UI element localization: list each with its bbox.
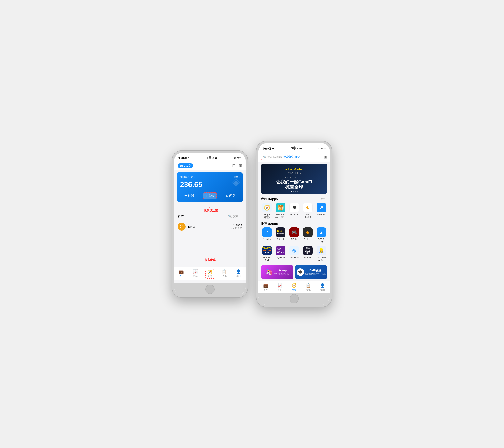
assets-nav-icon-p2: 💼 xyxy=(263,283,268,288)
dapp-dmdfinance[interactable]: 👷 Dmd.Finance(钻… xyxy=(314,246,328,262)
nav-assets-phone2[interactable]: 💼 资产 xyxy=(262,283,270,292)
dapp-defibox-icon: ◆ xyxy=(303,227,313,237)
home-button-area-phone2 xyxy=(258,293,330,305)
scan-icon[interactable]: ⊡ xyxy=(232,163,235,168)
grid-icon[interactable]: ⊞ xyxy=(239,163,242,168)
dapp-felix[interactable]: 🎮 FELIX xyxy=(287,227,301,243)
dapp-bethash-icon: Bet#Birthday xyxy=(276,227,286,237)
camera-phone1 xyxy=(209,156,211,159)
search-placeholder: 搜索 DApp或 xyxy=(267,155,282,159)
nav-assets-phone1[interactable]: 💼 资产 xyxy=(177,269,185,279)
dapp-biggame[interactable]: BiGGAME BigGame xyxy=(274,246,287,262)
nav-news-phone1[interactable]: 📋 资讯 xyxy=(220,269,229,279)
banner-main2: 掠宝全球 xyxy=(276,185,312,190)
dapp-goldenbull-name: GoldenBull xyxy=(263,256,270,262)
annotation-receive-text: 收款点这里 xyxy=(174,209,246,213)
banner-content: ✦ LootGlobal 游戏 NFT DeFi 2020-9-21 04:00… xyxy=(276,168,312,190)
home-button-phone2[interactable] xyxy=(289,294,299,303)
dapp-bscswap[interactable]: ◈ BSCSWAP xyxy=(301,203,314,218)
dapp-browser[interactable]: 🧭 DApp浏览器 xyxy=(260,203,274,218)
dapp-bluebet[interactable]: 周年BLUEBET BLUEBET xyxy=(301,246,314,262)
receive-button[interactable]: ↓ 收款 xyxy=(203,192,217,199)
discover-annotation-arrow: ↓↓ xyxy=(175,262,245,266)
dapp-defibox[interactable]: ◆ Defibox xyxy=(301,227,314,243)
nav-market-phone1[interactable]: 📈 市场 xyxy=(191,269,200,279)
dapp-dmdfinance-icon: 👷 xyxy=(317,246,326,255)
nav-discover-phone1[interactable]: 🧭 发现 xyxy=(205,269,215,279)
transfer-button[interactable]: ⇄ 转账 xyxy=(184,192,194,199)
promo-banner[interactable]: ✦ LootGlobal 游戏 NFT DeFi 2020-9-21 04:00… xyxy=(261,163,327,194)
search-icon-assets[interactable]: 🔍 xyxy=(228,215,232,218)
asset-card: 我的资产（¥） 详情 › 236.65 ◈ ⇄ 转账 ↓ 收款 xyxy=(177,172,243,202)
dapp-bluebet-icon: 周年BLUEBET xyxy=(303,246,313,255)
dapp-pancakeswap-icon: 🥞 xyxy=(276,203,286,213)
receive-icon: ↓ xyxy=(206,194,207,197)
discover-annotation-container: 点击发现 ↓↓ xyxy=(174,257,246,267)
dapp-felix-icon: 🎮 xyxy=(289,227,299,237)
phone-2: 中国联通 ✦ 下午 3:26 @ 46% 🔍 搜索 DApp或 搜索薄饼 玩耍 … xyxy=(256,141,332,307)
screen1-content: BSC-1 ❯ ⊡ ⊞ 我的资产（¥） 详情 › 236.65 ◈ xyxy=(174,161,246,283)
battery-phone1: @ 46% xyxy=(234,157,241,159)
bsc-network-badge[interactable]: BSC-1 ❯ xyxy=(178,163,193,168)
bnb-asset-item[interactable]: ⬡ BNB 1.4963 ≈ ¥ 236.65 xyxy=(174,220,246,233)
banner-dots xyxy=(290,191,298,192)
dapp-newdex-my-name: Newdex xyxy=(317,213,325,216)
exchange-button[interactable]: ⚙ 闪兑 xyxy=(226,192,235,199)
search-input-box[interactable]: 🔍 搜索 DApp或 搜索薄饼 玩耍 xyxy=(261,154,322,160)
recommended-dapps-row2: TRX♦EOSGOLDENBULL GoldenBull BiGGAME Big… xyxy=(258,245,330,263)
bottom-nav-phone1: 💼 资产 📈 市场 🧭 发现 📋 资讯 👤 我的 xyxy=(174,267,246,280)
promo-uniswap[interactable]: 🦄 Uniswap DeFi牛市发动机 xyxy=(261,265,293,279)
battery-phone2: @ 46% xyxy=(318,147,326,150)
my-dapps-grid: 🧭 DApp浏览器 🥞 PancakeSwap（薄… ≋ Bounce xyxy=(258,202,330,220)
annotation-arrow-up: ↑↑ xyxy=(174,206,246,209)
home-button-phone1[interactable] xyxy=(205,285,215,294)
asset-list-header: 资产 🔍 搜索 + xyxy=(174,213,246,220)
dapp-dfs[interactable]: ▲ DFS大丰收 xyxy=(314,227,328,243)
spacer1 xyxy=(174,233,246,257)
time-phone2: 下午 3:26 xyxy=(290,147,302,150)
asset-label: 我的资产（¥） xyxy=(180,175,196,179)
promo-row: 🦄 Uniswap DeFi牛市发动机 🎓 DeFi课堂 汇集全网最火DeFi教… xyxy=(258,263,330,281)
dapp-browser-name: DApp浏览器 xyxy=(264,213,270,218)
diamond-decoration: ◈ xyxy=(232,176,240,188)
promo-defi[interactable]: 🎓 DeFi课堂 汇集全网最火DeFi教程 xyxy=(295,265,327,279)
transfer-icon: ⇄ xyxy=(184,194,187,198)
bnb-values: 1.4963 ≈ ¥ 236.65 xyxy=(231,224,242,230)
search-topbar: 🔍 搜索 DApp或 搜索薄饼 玩耍 ⊞ xyxy=(258,152,330,162)
dapp-newdex-my[interactable]: ↗ Newdex xyxy=(314,203,328,218)
dapp-justswap[interactable]: ◎ JustSwap xyxy=(287,246,301,262)
time-phone1: 下午 3:26 xyxy=(206,156,217,160)
defi-sub: 汇集全网最火DeFi教程 xyxy=(305,272,326,275)
dapp-biggame-name: BigGame xyxy=(276,256,285,259)
camera-phone2 xyxy=(293,146,296,149)
dapp-newdex-rec[interactable]: ↗ Newdex xyxy=(260,227,274,243)
banner-main1: 让我们一起GamFi xyxy=(276,179,312,185)
add-asset-button[interactable]: + xyxy=(240,214,242,218)
nav-news-phone2[interactable]: 📋 资讯 xyxy=(304,283,312,292)
topbar-phone1: BSC-1 ❯ ⊡ ⊞ xyxy=(174,161,246,170)
dapp-bounce[interactable]: ≋ Bounce xyxy=(287,203,301,218)
asset-card-header: 我的资产（¥） 详情 › xyxy=(180,175,240,179)
dapp-felix-name: FELIX xyxy=(291,238,297,241)
bnb-name: BNB xyxy=(188,225,231,229)
nav-market-phone2[interactable]: 📈 市场 xyxy=(276,283,284,292)
nav-profile-phone1[interactable]: 👤 我的 xyxy=(234,269,243,279)
dapp-defibox-name: Defibox xyxy=(304,238,311,241)
uniswap-title: Uniswap xyxy=(274,269,288,272)
banner-dot-3 xyxy=(295,191,296,192)
nav-profile-phone2[interactable]: 👤 我的 xyxy=(318,283,327,292)
qr-scan-icon[interactable]: ⊞ xyxy=(324,155,327,160)
dapp-newdex-my-icon: ↗ xyxy=(317,203,326,213)
defi-logo: 🎓 xyxy=(297,269,304,276)
nav-discover-phone2[interactable]: 🧭 发现 xyxy=(290,283,298,292)
dapp-justswap-icon: ◎ xyxy=(289,246,299,255)
uniswap-text: Uniswap DeFi牛市发动机 xyxy=(274,269,288,275)
my-dapps-more[interactable]: 更多 › xyxy=(320,197,327,201)
search-label[interactable]: 搜索 xyxy=(233,215,238,218)
uniswap-icon: 🦄 xyxy=(266,269,273,275)
dapp-bethash[interactable]: Bet#Birthday Bethash xyxy=(274,227,287,243)
market-nav-icon-p2: 📈 xyxy=(277,283,282,288)
asset-list-actions: 🔍 搜索 + xyxy=(228,214,242,218)
dapp-pancakeswap[interactable]: 🥞 PancakeSwap（薄… xyxy=(274,203,287,218)
dapp-goldenbull[interactable]: TRX♦EOSGOLDENBULL GoldenBull xyxy=(260,246,274,262)
